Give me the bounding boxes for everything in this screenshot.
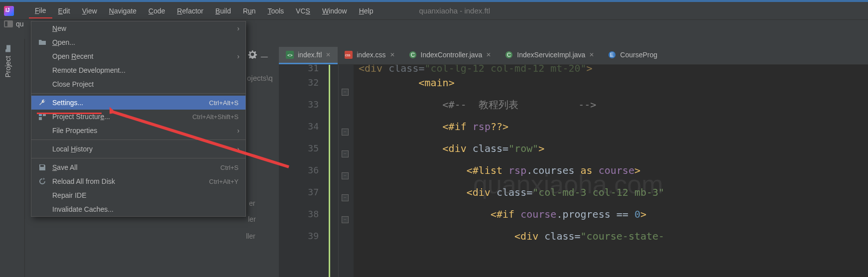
menu-file[interactable]: File <box>29 3 52 18</box>
menu-reload-disk[interactable]: Reload All from Disk Ctrl+Alt+Y <box>31 174 246 188</box>
tab-courseprog[interactable]: E CourseProg <box>601 47 664 64</box>
class-icon: C <box>409 51 417 59</box>
save-icon <box>38 163 46 171</box>
fold-marker[interactable]: − <box>342 172 349 179</box>
tab-index-ftl[interactable]: <> index.ftl ✕ <box>279 47 338 64</box>
menu-project-structure[interactable]: Project Structure... Ctrl+Alt+Shift+S <box>31 110 246 124</box>
menu-open[interactable]: Open... <box>31 35 246 49</box>
folder-icon <box>4 45 12 53</box>
menu-view[interactable]: View <box>76 4 103 18</box>
menu-code[interactable]: Code <box>142 4 171 18</box>
toolbar-gear[interactable]: — <box>248 50 268 60</box>
menu-window[interactable]: Window <box>316 4 353 18</box>
ftl-icon: <> <box>286 51 294 59</box>
menu-open-recent[interactable]: Open Recent› <box>31 49 246 63</box>
app-icon <box>4 6 14 16</box>
tab-indexcontroller[interactable]: C IndexController.java ✕ <box>402 47 498 64</box>
editor-tabs: <> index.ftl ✕ css index.css ✕ C IndexCo… <box>279 47 868 65</box>
menu-file-properties[interactable]: File Properties› <box>31 124 246 138</box>
tab-indexserviceimpl[interactable]: C IndexServiceImpl.java ✕ <box>498 47 601 64</box>
menu-settings[interactable]: Settings... Ctrl+Alt+S <box>31 96 246 110</box>
project-title: quanxiaoha - index.ftl <box>419 6 491 15</box>
close-icon[interactable]: ✕ <box>326 51 331 58</box>
enum-icon: E <box>608 51 616 59</box>
menu-refactor[interactable]: Refactor <box>171 4 210 18</box>
svg-text:css: css <box>345 53 351 57</box>
wrench-icon <box>38 99 46 107</box>
menu-repair-ide[interactable]: Repair IDE <box>31 188 246 202</box>
peek-ller: ller <box>246 232 255 240</box>
fold-marker[interactable]: − <box>342 194 349 201</box>
vcs-gutter <box>329 65 339 277</box>
menubar: File Edit View Navigate Code Refactor Bu… <box>0 2 868 20</box>
tab-index-css[interactable]: css index.css ✕ <box>338 47 401 64</box>
close-icon[interactable]: ✕ <box>390 51 395 58</box>
fold-marker[interactable]: − <box>342 150 349 157</box>
svg-text:<>: <> <box>287 53 293 58</box>
class-icon: C <box>505 51 513 59</box>
annotation-underline <box>37 113 102 114</box>
peek-ler: ler <box>248 215 256 223</box>
fold-gutter: − − − − − − <box>339 65 354 277</box>
fold-marker[interactable]: − <box>342 89 349 96</box>
fold-marker[interactable]: − <box>342 216 349 223</box>
menu-save-all[interactable]: Save All Ctrl+S <box>31 160 246 174</box>
sidebar: Project <box>0 39 25 277</box>
breadcrumb-bar: qu <box>4 20 24 28</box>
sidebar-project-tab[interactable]: Project <box>0 39 16 84</box>
menu-vcs[interactable]: VCS <box>290 4 316 18</box>
menu-run[interactable]: Run <box>237 4 262 18</box>
gear-icon <box>248 50 257 59</box>
menu-close-project[interactable]: Close Project <box>31 77 246 91</box>
menu-build[interactable]: Build <box>210 4 237 18</box>
close-icon[interactable]: ✕ <box>486 51 491 58</box>
gutter: 31 32 33 34 35 36 37 38 39 <box>279 65 329 277</box>
reload-icon <box>38 177 46 185</box>
css-icon: css <box>345 51 353 59</box>
menu-remote-dev[interactable]: Remote Development... <box>31 63 246 77</box>
fold-marker[interactable]: − <box>342 129 349 136</box>
path-peek: ojects\q <box>247 74 273 82</box>
menu-help[interactable]: Help <box>353 4 379 18</box>
folder-open-icon <box>38 38 46 46</box>
menu-edit[interactable]: Edit <box>52 4 76 18</box>
menu-invalidate-caches[interactable]: Invalidate Caches... <box>31 202 246 216</box>
menu-new[interactable]: New› <box>31 21 246 35</box>
menu-tools[interactable]: Tools <box>261 4 290 18</box>
project-prefix: qu <box>16 20 24 28</box>
close-icon[interactable]: ✕ <box>589 51 594 58</box>
menu-navigate[interactable]: Navigate <box>103 4 142 18</box>
project-layout-icon[interactable] <box>4 20 13 27</box>
peek-er: er <box>249 199 255 207</box>
svg-text:C: C <box>507 52 511 58</box>
svg-text:C: C <box>411 52 415 58</box>
svg-rect-2 <box>39 117 42 120</box>
menu-local-history[interactable]: Local History› <box>31 142 246 156</box>
svg-text:E: E <box>610 52 614 58</box>
code-editor[interactable]: <div class="col-lg-12 col-md-12 mt-20"> … <box>354 65 868 277</box>
file-menu-dropdown: New› Open... Open Recent› Remote Develop… <box>31 21 246 217</box>
